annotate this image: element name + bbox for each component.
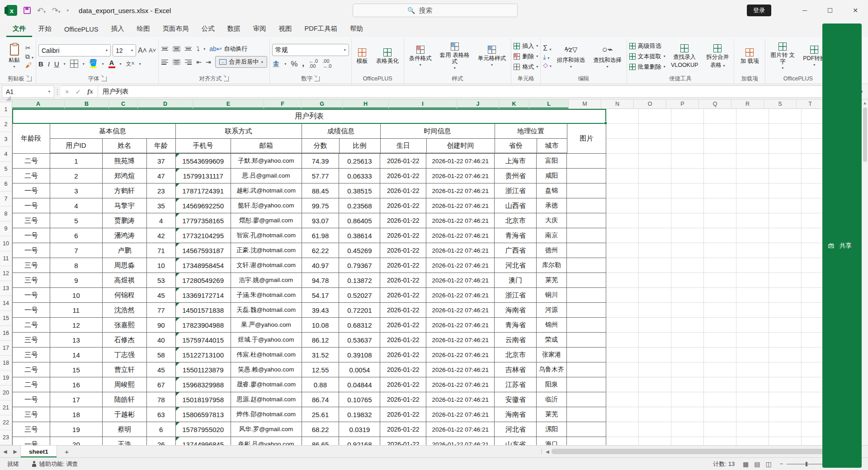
cell-user-id[interactable]: 8 (50, 258, 103, 273)
cell-phone[interactable]: 13369172714 (176, 288, 231, 303)
cell-ratio[interactable]: 0.72201 (339, 303, 380, 318)
cell-birthday[interactable]: 2026-01-22 (380, 273, 426, 288)
row-header[interactable]: 16 (0, 326, 12, 341)
cell-user-id[interactable]: 6 (50, 228, 103, 243)
split-merge-button[interactable]: 拆分合并表格 ▾ (703, 43, 731, 69)
cell-province[interactable]: 浙江省 (495, 183, 537, 198)
cell-created[interactable]: 2026-01-22 07:46:21 (426, 169, 495, 183)
cell-province[interactable]: 云南省 (495, 333, 537, 348)
zoom-slider[interactable] (787, 464, 827, 465)
cell-city[interactable]: 漯阳 (537, 422, 567, 437)
cell-created[interactable]: 2026-01-22 07:46:21 (426, 333, 495, 348)
header-geo[interactable]: 地理位置 (495, 124, 567, 139)
cell-ratio[interactable]: 0.52027 (339, 288, 380, 303)
cell-ratio[interactable]: 0.68312 (339, 318, 380, 333)
column-header[interactable]: T (797, 99, 824, 108)
cell-phone[interactable]: 15787955020 (176, 422, 231, 437)
cell-city[interactable]: 莱芜 (537, 273, 567, 288)
cell-ratio[interactable]: 0.04844 (339, 377, 380, 392)
header-created[interactable]: 创建时间 (427, 139, 495, 154)
cell-user-id[interactable]: 14 (50, 348, 103, 362)
column-header[interactable]: D (138, 99, 193, 108)
cell-picture[interactable] (567, 243, 606, 258)
accessibility-status[interactable]: 辅助功能: 调查 (32, 460, 78, 468)
cell-age[interactable]: 35 (147, 198, 176, 213)
cell-email[interactable]: 煜城.于@yahoo.com (231, 333, 302, 348)
row-header[interactable]: 10 (0, 236, 12, 251)
cell-created[interactable]: 2026-01-22 07:46:21 (426, 407, 495, 422)
cell-age-band[interactable]: 三号 (13, 422, 50, 437)
cell-age-band[interactable]: 一号 (13, 288, 50, 303)
dialog-launcher-icon[interactable] (315, 76, 320, 81)
share-button[interactable]: 🖄 共享▾ (822, 24, 862, 468)
cell-score[interactable]: 57.77 (302, 169, 340, 183)
row-header[interactable]: 15 (0, 311, 12, 326)
cell-city[interactable]: 咸阳 (537, 169, 567, 183)
ribbon-tab[interactable]: 开始 (32, 21, 58, 37)
cell-picture[interactable] (567, 183, 606, 198)
cell-picture[interactable] (567, 169, 606, 183)
format-painter-icon[interactable]: 🖌 (25, 62, 33, 68)
header-email[interactable]: 邮箱 (231, 139, 302, 154)
cell-created[interactable]: 2026-01-22 07:46:21 (426, 348, 495, 362)
cell-phone[interactable]: 15501123879 (176, 362, 231, 377)
accounting-format-icon[interactable]: 🏦 (272, 61, 280, 67)
insert-function-icon[interactable]: fx (87, 88, 93, 95)
decrease-font-icon[interactable]: A˅ (149, 47, 156, 53)
increase-indent-icon[interactable]: ⇥ (206, 59, 211, 65)
cell-phone[interactable]: 15018197958 (176, 392, 231, 407)
cell-picture[interactable] (567, 213, 606, 228)
cell-score[interactable]: 12.55 (302, 362, 340, 377)
row-header[interactable]: 20 (0, 385, 12, 400)
cell-name[interactable]: 周峻熙 (103, 377, 147, 392)
cell-email[interactable]: 懿轩.彭@yahoo.com (231, 198, 302, 213)
cell-name[interactable]: 何锦程 (103, 288, 147, 303)
cell-name[interactable]: 周思淼 (103, 258, 147, 273)
cell-age-band[interactable]: 一号 (13, 198, 50, 213)
cell-city[interactable]: 张家港 (537, 348, 567, 362)
bottom-align-icon[interactable] (184, 46, 192, 52)
row-header[interactable]: 5 (0, 162, 12, 177)
cell-name[interactable]: 张嘉熙 (103, 318, 147, 333)
font-color-icon[interactable]: A (108, 59, 115, 68)
cell-score[interactable]: 93.07 (302, 213, 340, 228)
clear-icon[interactable]: ◇ ▾ (543, 62, 552, 68)
addins-button[interactable]: 加 载项 (736, 47, 763, 65)
cell-birthday[interactable]: 2026-01-22 (380, 288, 426, 303)
cell-age-band[interactable]: 一号 (13, 437, 50, 445)
cell-age-band[interactable]: 三号 (13, 333, 50, 348)
cell-birthday[interactable]: 2026-01-22 (380, 333, 426, 348)
cell-province[interactable]: 河北省 (495, 422, 537, 437)
cell-ratio[interactable]: 0.0319 (339, 422, 380, 437)
undo-icon[interactable]: ↶▾ (37, 7, 46, 14)
cell-city[interactable]: 阳泉 (537, 377, 567, 392)
cell-birthday[interactable]: 2026-01-22 (380, 422, 426, 437)
cell-ratio[interactable]: 0.79367 (339, 258, 380, 273)
cell-created[interactable]: 2026-01-22 07:46:21 (426, 392, 495, 407)
wrap-text-button[interactable]: ab↩自动换行 (209, 45, 247, 53)
bold-button[interactable]: B (38, 60, 43, 68)
cell-email[interactable]: 智宸.孔@hotmail.com (231, 228, 302, 243)
cell-city[interactable]: 大庆 (537, 213, 567, 228)
cell-province[interactable]: 青海省 (495, 228, 537, 243)
ribbon-tab[interactable]: 文件 (6, 21, 32, 37)
cell-province[interactable]: 澳门 (495, 273, 537, 288)
cell-user-id[interactable]: 4 (50, 198, 103, 213)
cell-picture[interactable] (567, 228, 606, 243)
next-sheet-icon[interactable]: ▶ (10, 449, 20, 455)
ribbon-tab[interactable]: OfficePLUS (58, 23, 105, 37)
cell-created[interactable]: 2026-01-22 07:46:21 (426, 273, 495, 288)
cell-age[interactable]: 77 (147, 303, 176, 318)
cell-created[interactable]: 2026-01-22 07:46:21 (426, 362, 495, 377)
italic-button[interactable]: I (48, 60, 50, 68)
column-header[interactable]: H (343, 99, 389, 108)
zoom-out-icon[interactable]: − (780, 461, 783, 467)
cell-score[interactable]: 62.22 (302, 243, 340, 258)
cell-picture[interactable] (567, 377, 606, 392)
header-age-band[interactable]: 年龄段 (13, 124, 50, 154)
borders-icon[interactable] (70, 60, 78, 68)
cell-user-id[interactable]: 7 (50, 243, 103, 258)
cell-city[interactable]: 乌鲁木齐 (537, 362, 567, 377)
cell-age[interactable]: 45 (147, 362, 176, 377)
cell-created[interactable]: 2026-01-22 07:46:21 (426, 183, 495, 198)
